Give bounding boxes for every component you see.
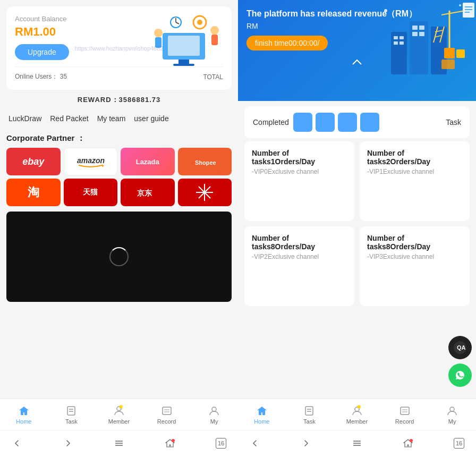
qa-float-button[interactable]: QA — [448, 336, 472, 359]
right-menu-button[interactable] — [348, 435, 366, 452]
right-nav-task-label: Task — [303, 418, 316, 425]
phone-left: https://www.huzhanpvn/ishop4682 Account … — [0, 0, 238, 456]
right-back-button[interactable] — [246, 435, 264, 452]
right-bottom-nav: Home Task Member Record — [238, 399, 476, 430]
svg-rect-48 — [444, 48, 455, 58]
right-tabs-button[interactable]: 16 — [450, 435, 468, 452]
right-nav-member[interactable]: Member — [333, 402, 381, 427]
svg-rect-29 — [163, 407, 171, 415]
logo-ebay: ebay — [6, 148, 61, 175]
svg-point-55 — [459, 4, 461, 6]
left-bottom-nav: Home Task Member Record — [0, 399, 238, 430]
menu-button[interactable] — [110, 435, 128, 452]
task-card-2[interactable]: Number of tasks8Orders/Day -VIP2Exclusiv… — [244, 226, 354, 306]
video-area — [6, 212, 232, 302]
member-icon — [113, 404, 125, 417]
task-card-0-title: Number of tasks1Orders/Day — [252, 149, 347, 166]
svg-rect-37 — [391, 32, 407, 74]
svg-rect-50 — [441, 60, 455, 69]
task-icon — [65, 404, 78, 417]
left-nav-member-label: Member — [108, 418, 130, 425]
svg-rect-5 — [155, 37, 162, 48]
online-users-info: Online Users： 35 — [15, 72, 67, 81]
right-member-icon — [351, 404, 363, 417]
task-card-1[interactable]: Number of tasks2Orders/Day -VIP1Exclusiv… — [360, 141, 470, 221]
float-buttons: QA — [448, 336, 472, 387]
forward-button[interactable] — [60, 435, 76, 452]
right-home-system-button[interactable] — [400, 435, 416, 452]
right-nav-record-label: Record — [395, 418, 414, 425]
svg-rect-45 — [419, 26, 424, 30]
left-nav-task[interactable]: Task — [48, 402, 96, 427]
tab-myteam[interactable]: My team — [97, 114, 126, 124]
right-nav-home-label: Home — [254, 418, 269, 425]
right-nav-record[interactable]: Record — [381, 402, 429, 427]
tab-userguide[interactable]: user guide — [134, 114, 168, 124]
svg-point-79 — [410, 439, 413, 442]
svg-rect-2 — [178, 60, 189, 64]
left-nav-my[interactable]: My — [190, 402, 238, 427]
logo-taobao: 淘 — [6, 179, 61, 206]
task-card-2-sub: -VIP2Exclusive channel — [252, 253, 347, 260]
left-content: https://www.huzhanpvn/ishop4682 Account … — [0, 0, 238, 399]
home-system-button[interactable] — [162, 435, 178, 452]
reward-section: REWARD：3586881.73 — [6, 95, 232, 105]
tab-redpacket[interactable]: Red Packet — [50, 114, 88, 124]
task-card-3[interactable]: Number of tasks8Orders/Day -VIP3Exclusiv… — [360, 226, 470, 306]
right-forward-button[interactable] — [298, 435, 314, 452]
logo-jd: 京东 — [121, 179, 175, 206]
left-sys-nav: 16 — [0, 430, 238, 456]
right-nav-member-label: Member — [346, 418, 368, 425]
left-nav-home[interactable]: Home — [0, 402, 48, 427]
svg-rect-3 — [173, 64, 194, 66]
right-nav-home[interactable]: Home — [238, 402, 286, 427]
account-illustration — [147, 6, 232, 70]
svg-rect-1 — [168, 36, 200, 56]
svg-point-53 — [384, 9, 387, 12]
whatsapp-float-button[interactable] — [448, 364, 472, 387]
partner-grid: ebay amazon Lazada Shopee 淘 天猫 — [6, 148, 232, 206]
upgrade-button[interactable]: Upgrade — [15, 44, 69, 60]
svg-point-9 — [197, 20, 202, 25]
svg-point-32 — [212, 407, 216, 411]
nav-tabs: LuckDraw Red Packet My team user guide — [6, 110, 232, 128]
record-icon — [160, 404, 173, 417]
left-nav-member[interactable]: Member — [95, 402, 143, 427]
left-nav-home-label: Home — [16, 418, 31, 425]
right-my-icon — [446, 404, 458, 417]
back-button[interactable] — [8, 435, 26, 452]
task-grid: Number of tasks1Orders/Day -VIP0Exclusiv… — [238, 141, 476, 306]
svg-rect-42 — [394, 41, 398, 45]
banner-illustration — [380, 0, 476, 85]
banner-area: The platform has released revenue（RM） RM… — [238, 0, 476, 101]
task-card-0[interactable]: Number of tasks1Orders/Day -VIP0Exclusiv… — [244, 141, 354, 221]
left-nav-record[interactable]: Record — [143, 402, 191, 427]
svg-rect-40 — [394, 36, 398, 39]
svg-line-52 — [441, 11, 465, 15]
logo-lazada: Lazada — [121, 148, 175, 175]
right-nav-task[interactable]: Task — [286, 402, 334, 427]
svg-rect-49 — [456, 49, 465, 58]
tabs-button[interactable]: 16 — [212, 435, 230, 452]
right-nav-my[interactable]: My — [428, 402, 476, 427]
task-label: Task — [446, 118, 461, 126]
tab-luckdraw[interactable]: LuckDraw — [8, 114, 41, 124]
svg-rect-41 — [400, 36, 404, 39]
completed-box-1 — [293, 113, 312, 132]
logo-other — [178, 179, 232, 206]
task-card-3-title: Number of tasks8Orders/Day — [367, 234, 462, 251]
home-icon — [18, 404, 30, 417]
phone-right: The platform has released revenue（RM） RM… — [238, 0, 476, 456]
svg-rect-44 — [412, 26, 418, 30]
partner-title: Corporate Partner ： — [6, 133, 232, 143]
loading-spinner — [109, 247, 129, 266]
my-icon — [208, 404, 220, 417]
right-home-icon — [256, 404, 268, 417]
right-nav-my-label: My — [448, 418, 456, 425]
svg-rect-72 — [401, 407, 409, 415]
svg-rect-43 — [400, 41, 404, 45]
completed-box-4 — [360, 113, 379, 132]
svg-text:京东: 京东 — [137, 189, 152, 197]
svg-rect-46 — [412, 32, 418, 36]
logo-shopee: Shopee — [178, 148, 232, 175]
